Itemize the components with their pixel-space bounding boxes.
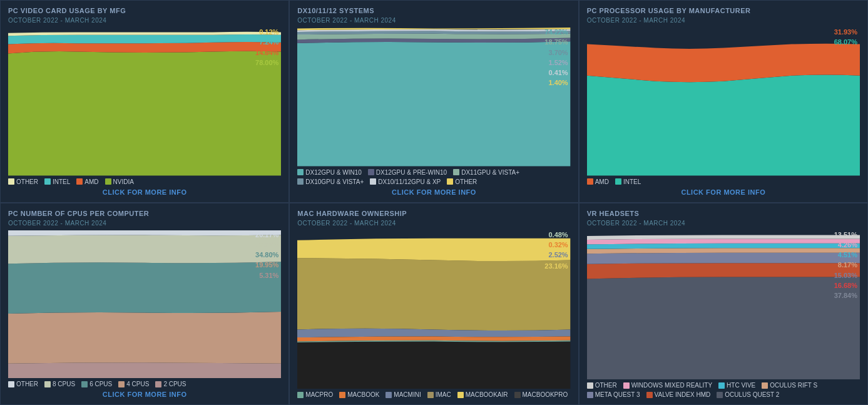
chart-labels-mac-hardware: 0.48% 0.32% 2.52% 23.16% — [544, 230, 568, 271]
label-2cpu: 5.31% — [255, 271, 278, 280]
date-range-pc-video-card: OCTOBER 2022 - MARCH 2024 — [8, 17, 281, 24]
legend-dot-valveindex — [646, 392, 653, 398]
legend-dot-nvidia — [105, 178, 111, 185]
legend-dot-dx12prewin10 — [368, 169, 374, 175]
chart-labels-vr-headsets: 13.51% 4.26% 4.51% 8.17% 15.03% 16.68% 3… — [834, 230, 857, 300]
label-intel: 7.24% — [255, 38, 278, 46]
legend-vr-headsets: OTHER WINDOWS MIXED REALITY HTC VIVE OCU… — [587, 382, 860, 398]
card-mac-hardware: MAC HARDWARE OWNERSHIP OCTOBER 2022 - MA… — [289, 203, 578, 406]
legend-imac: IMAC — [427, 391, 451, 398]
card-dx-systems: DX10/11/12 SYSTEMS OCTOBER 2022 - MARCH … — [289, 0, 578, 203]
legend-dx12win10: DX12GPU & WIN10 — [297, 169, 361, 176]
legend-amd-proc: AMD — [587, 178, 609, 185]
legend-nvidia: NVIDIA — [105, 178, 134, 185]
legend-8cpu: 8 CPUS — [44, 381, 75, 387]
legend-dot-wmr — [623, 382, 630, 389]
legend-pc-cpus: OTHER 8 CPUS 6 CPUS 4 CPUS 2 CPUS — [8, 381, 281, 387]
label-macbook: 0.32% — [544, 240, 568, 249]
label-macmini: 2.52% — [544, 250, 568, 259]
label-amd-proc: 31.93% — [834, 28, 857, 36]
legend-dot-8cpu — [44, 381, 51, 387]
legend-dot-amd-proc — [587, 178, 593, 185]
legend-mac-hardware: MACPRO MACBOOK MACMINI IMAC MACBOOKAIR M… — [297, 391, 570, 398]
chart-labels-pc-video-card: 0.12% 7.24% 14.64% 78.00% — [255, 28, 278, 67]
label-dx1012xp: 0.41% — [544, 68, 568, 77]
label-amd: 14.64% — [255, 48, 278, 57]
legend-dx12prewin10: DX12GPU & PRE-WIN10 — [368, 169, 447, 176]
legend-valveindex: VALVE INDEX HMD — [646, 391, 711, 398]
label-dx11vista: 3.70% — [544, 48, 568, 57]
legend-4cpu: 4 CPUS — [118, 381, 149, 387]
legend-dot-dx11vista — [453, 169, 459, 175]
legend-dot-6cpu — [81, 381, 88, 387]
click-more-pc-video-card[interactable]: CLICK FOR MORE INFO — [8, 188, 281, 196]
card-vr-headsets: VR HEADSETS OCTOBER 2022 - MARCH 2024 — [579, 203, 868, 406]
label-vr-other: 13.51% — [834, 230, 857, 239]
legend-dot-imac — [427, 392, 434, 398]
legend-macpro: MACPRO — [297, 391, 333, 398]
label-other-cpu: 20.17% — [255, 230, 278, 239]
legend-pc-processor: AMD INTEL — [587, 178, 860, 185]
label-dx12prewin10: 18.75% — [544, 38, 568, 46]
legend-dot-dx10vista — [297, 178, 304, 185]
legend-6cpu: 6 CPUS — [81, 381, 112, 387]
label-wmr: 4.26% — [834, 240, 857, 249]
legend-wmr: WINDOWS MIXED REALITY — [623, 382, 712, 389]
legend-macbookair: MACBOOKAIR — [457, 391, 508, 398]
legend-pc-video-card: OTHER INTEL AMD NVIDIA — [8, 178, 281, 185]
click-more-dx-systems[interactable]: CLICK FOR MORE INFO — [297, 188, 570, 196]
legend-dot-htcvive — [718, 382, 725, 389]
label-other: 0.12% — [255, 28, 278, 36]
date-range-pc-cpus: OCTOBER 2022 - MARCH 2024 — [8, 220, 281, 227]
label-dx12win10: 74.22% — [544, 28, 568, 36]
legend-dx10vista: DX10GPU & VISTA+ — [297, 178, 364, 185]
legend-macmini: MACMINI — [385, 391, 421, 398]
legend-dot-macpro — [297, 392, 304, 398]
label-dx-other: 1.40% — [544, 78, 568, 87]
label-htcvive: 4.51% — [834, 250, 857, 259]
chart-dx-systems: 74.22% 18.75% 3.70% 1.52% 0.41% 1.40% — [297, 28, 570, 167]
legend-dot-oculusquest2 — [717, 392, 723, 398]
legend-dx1012xp: DX10/11/12GPU & XP — [370, 178, 441, 185]
click-more-pc-cpus[interactable]: CLICK FOR MORE INFO — [8, 391, 281, 398]
label-nvidia: 78.00% — [255, 58, 278, 67]
label-macpro: 0.48% — [544, 230, 568, 239]
legend-dot-macbook — [339, 392, 345, 398]
legend-dot-2cpu — [155, 381, 161, 387]
label-metaquest3: 15.03% — [834, 271, 857, 280]
card-title-pc-video-card: PC VIDEO CARD USAGE BY MFG — [8, 7, 281, 14]
legend-other-cpu: OTHER — [8, 381, 38, 387]
legend-metaquest3: META QUEST 3 — [587, 391, 640, 398]
chart-vr-headsets: 13.51% 4.26% 4.51% 8.17% 15.03% 16.68% 3… — [587, 230, 860, 380]
label-valveindex: 16.68% — [834, 281, 857, 290]
legend-dot-dx-other — [447, 178, 453, 185]
chart-labels-dx-systems: 74.22% 18.75% 3.70% 1.52% 0.41% 1.40% — [544, 28, 568, 88]
legend-dot-dx1012xp — [370, 178, 376, 185]
legend-dot-macbookair — [457, 392, 464, 398]
label-intel-proc: 68.07% — [834, 38, 857, 46]
chart-pc-video-card: 0.12% 7.24% 14.64% 78.00% — [8, 28, 281, 176]
legend-other: OTHER — [8, 178, 38, 185]
legend-dot-other-cpu — [8, 381, 14, 387]
legend-dx-other: OTHER — [447, 178, 477, 185]
label-oculusrifts: 8.17% — [834, 260, 857, 269]
card-title-pc-processor: PC PROCESSOR USAGE BY MANUFACTURER — [587, 7, 860, 14]
legend-dot-macbookpro — [514, 392, 521, 398]
legend-amd: AMD — [76, 178, 98, 185]
label-8cpu: 19.77% — [255, 240, 278, 249]
legend-oculusrifts: OCULUS RIFT S — [762, 382, 817, 389]
legend-dot-oculusrifts — [762, 382, 768, 389]
label-oculusquest2: 37.84% — [834, 291, 857, 300]
card-title-dx-systems: DX10/11/12 SYSTEMS — [297, 7, 570, 14]
click-more-pc-processor[interactable]: CLICK FOR MORE INFO — [587, 188, 860, 196]
legend-dot-intel-proc — [615, 178, 621, 185]
legend-htcvive: HTC VIVE — [718, 382, 755, 389]
legend-dot-dx12win10 — [297, 169, 304, 175]
card-pc-processor: PC PROCESSOR USAGE BY MANUFACTURER OCTOB… — [579, 0, 868, 203]
legend-dot-amd — [76, 178, 83, 185]
legend-vr-other: OTHER — [587, 382, 617, 389]
legend-oculusquest2: OCULUS QUEST 2 — [717, 391, 779, 398]
date-range-vr-headsets: OCTOBER 2022 - MARCH 2024 — [587, 220, 860, 227]
label-dx10vista: 1.52% — [544, 58, 568, 67]
chart-labels-pc-processor: 31.93% 68.07% — [834, 28, 857, 47]
